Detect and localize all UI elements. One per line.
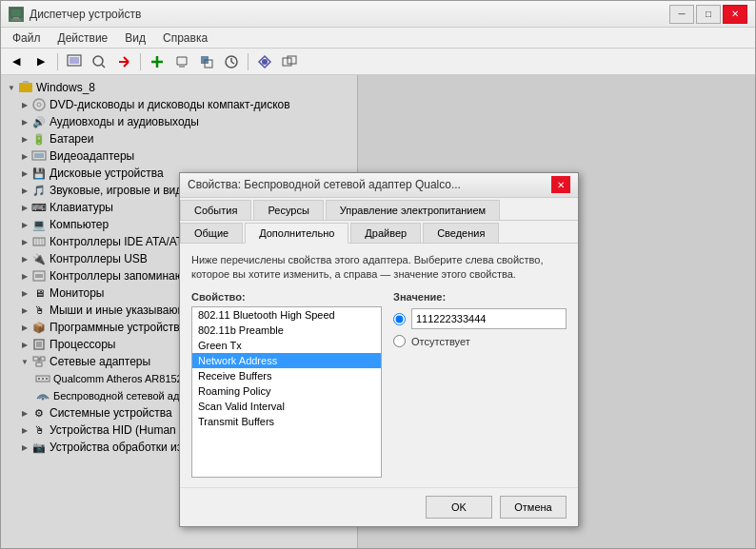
svg-rect-4 — [70, 57, 79, 64]
toolbar-btn9[interactable] — [278, 51, 301, 72]
absent-radio-row: Отсутствует — [393, 335, 567, 347]
svg-point-15 — [262, 59, 268, 65]
list-item[interactable]: Receive Buffers — [192, 368, 381, 383]
absent-radio-label: Отсутствует — [411, 336, 470, 347]
list-item[interactable]: Scan Valid Interval — [192, 399, 381, 414]
properties-list[interactable]: 802.11 Bluetooth High Speed 802.11b Prea… — [191, 306, 382, 478]
menu-file[interactable]: Файл — [5, 29, 49, 48]
toolbar-btn8[interactable] — [253, 51, 276, 72]
value-text-input[interactable] — [411, 308, 567, 329]
dialog-close-button[interactable]: ✕ — [551, 176, 570, 193]
svg-line-6 — [102, 65, 105, 68]
menu-bar: Файл Действие Вид Справка — [1, 28, 755, 49]
toolbar-btn3[interactable] — [112, 51, 135, 72]
ok-button[interactable]: OK — [426, 496, 492, 519]
toolbar-sep1 — [57, 53, 58, 70]
tab-resources[interactable]: Ресурсы — [253, 200, 323, 220]
props-row: Свойство: 802.11 Bluetooth High Speed 80… — [191, 291, 567, 478]
tab-details[interactable]: Сведения — [423, 223, 499, 243]
tab-general[interactable]: Общие — [180, 223, 243, 243]
menu-view[interactable]: Вид — [117, 29, 153, 48]
cancel-button[interactable]: Отмена — [500, 496, 567, 519]
list-item[interactable]: Transmit Buffers — [192, 414, 381, 429]
toolbar-btn6[interactable] — [195, 51, 218, 72]
tabs-row-1: События Ресурсы Управление электропитани… — [180, 198, 578, 221]
title-bar: Диспетчер устройств ─ □ ✕ — [1, 1, 755, 28]
main-window: Диспетчер устройств ─ □ ✕ Файл Действие … — [0, 0, 756, 549]
tab-driver[interactable]: Драйвер — [350, 223, 421, 243]
tab-power[interactable]: Управление электропитанием — [326, 200, 500, 220]
window-title: Диспетчер устройств — [30, 8, 141, 21]
properties-dialog: Свойства: Беспроводной сетевой адаптер Q… — [179, 172, 579, 528]
property-label: Свойство: — [191, 291, 382, 303]
title-bar-left: Диспетчер устройств — [9, 7, 141, 22]
toolbar-sep3 — [248, 53, 249, 70]
svg-rect-1 — [13, 17, 19, 19]
close-button[interactable]: ✕ — [723, 5, 747, 24]
value-label: Значение: — [393, 291, 567, 303]
menu-action[interactable]: Действие — [50, 29, 116, 48]
toolbar: ◀ ▶ — [1, 49, 755, 75]
list-item[interactable]: 802.11 Bluetooth High Speed — [192, 307, 381, 323]
toolbar-btn5[interactable] — [170, 51, 193, 72]
toolbar-sep2 — [140, 53, 141, 70]
svg-rect-0 — [10, 9, 22, 17]
dialog-title: Свойства: Беспроводной сетевой адаптер Q… — [188, 178, 461, 191]
toolbar-btn4[interactable] — [146, 51, 169, 72]
value-radio-row — [393, 308, 567, 329]
toolbar-btn1[interactable] — [63, 51, 86, 72]
value-section: Значение: Отсутствует — [393, 291, 567, 478]
svg-point-5 — [93, 56, 103, 66]
svg-line-14 — [231, 62, 234, 64]
minimize-button[interactable]: ─ — [669, 5, 694, 24]
property-section: Свойство: 802.11 Bluetooth High Speed 80… — [191, 291, 382, 478]
modal-overlay: Свойства: Беспроводной сетевой адаптер Q… — [1, 75, 755, 548]
tab-advanced[interactable]: Дополнительно — [245, 223, 348, 244]
tab-events[interactable]: События — [180, 200, 251, 220]
description-text: Ниже перечислены свойства этого адаптера… — [191, 253, 567, 283]
maximize-button[interactable]: □ — [696, 5, 721, 24]
toolbar-btn2[interactable] — [88, 51, 110, 72]
dialog-title-bar: Свойства: Беспроводной сетевой адаптер Q… — [180, 173, 578, 198]
toolbar-back[interactable]: ◀ — [5, 51, 28, 72]
menu-help[interactable]: Справка — [155, 29, 215, 48]
value-radio-selected[interactable] — [393, 313, 406, 325]
list-item[interactable]: Green Tx — [192, 338, 381, 353]
toolbar-forward[interactable]: ▶ — [30, 51, 52, 72]
app-icon — [9, 7, 24, 22]
window-controls: ─ □ ✕ — [669, 5, 747, 24]
list-item[interactable]: Roaming Policy — [192, 383, 381, 399]
list-item[interactable]: 802.11b Preamble — [192, 323, 381, 338]
dialog-footer: OK Отмена — [180, 487, 578, 526]
toolbar-btn7[interactable] — [220, 51, 243, 72]
absent-radio[interactable] — [393, 335, 406, 347]
list-item[interactable]: Network Address — [192, 353, 381, 368]
tabs-row-2: Общие Дополнительно Драйвер Сведения — [180, 221, 578, 244]
dialog-body: Ниже перечислены свойства этого адаптера… — [180, 244, 578, 488]
content-area: ▼ Windows_8 ▶ DVD-дисководы и дисководы … — [1, 75, 755, 548]
